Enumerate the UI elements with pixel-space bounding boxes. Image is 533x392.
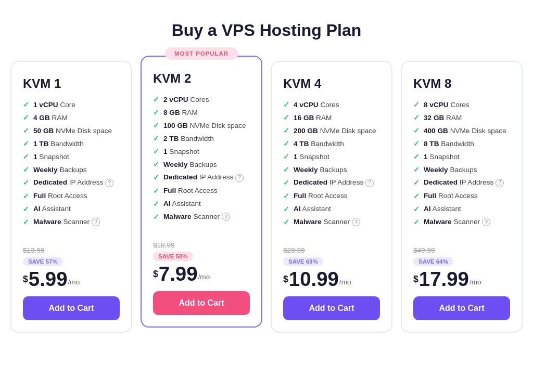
info-icon[interactable]: ? (235, 174, 244, 182)
price-mo: /mo (469, 278, 481, 286)
info-icon[interactable]: ? (496, 179, 504, 187)
feature-item: ✓ 32 GB RAM (413, 113, 510, 122)
feature-text: 2 TB Bandwidth (163, 135, 214, 142)
feature-item: ✓ 2 vCPU Cores (153, 95, 250, 103)
plan-card-kvm2: MOST POPULARKVM 2 ✓ 2 vCPU Cores ✓ 8 GB … (141, 56, 262, 328)
feature-item: ✓ 4 TB Bandwidth (283, 139, 380, 148)
feature-item: ✓ 1 vCPU Core (23, 100, 120, 109)
price-amount: 17.99 (419, 269, 469, 289)
feature-text: 1 Snapshot (424, 153, 460, 161)
feature-text: 4 TB Bandwidth (294, 140, 344, 148)
info-icon[interactable]: ? (222, 213, 230, 221)
feature-item: ✓ 4 GB RAM (23, 113, 120, 122)
current-price: $ 5.99 /mo (23, 269, 120, 289)
feature-text: Dedicated IP Address? (424, 178, 504, 187)
check-icon: ✓ (283, 152, 289, 161)
check-icon: ✓ (23, 192, 29, 200)
feature-item: ✓ 200 GB NVMe Disk space (283, 126, 380, 135)
add-to-cart-button[interactable]: Add to Cart (153, 291, 250, 315)
feature-text: 1 TB Bandwidth (33, 140, 84, 148)
check-icon: ✓ (153, 187, 159, 195)
original-price: $29.99 (283, 246, 380, 254)
save-badge: SAVE 63% (283, 257, 323, 266)
check-icon: ✓ (153, 95, 159, 103)
feature-text: Dedicated IP Address? (294, 178, 374, 187)
add-to-cart-button[interactable]: Add to Cart (413, 296, 510, 320)
feature-item: ✓ AI Assistant (413, 205, 510, 213)
feature-text: 2 vCPU Cores (163, 96, 209, 103)
page-title: Buy a VPS Hosting Plan (10, 21, 523, 40)
feature-item: ✓ Malware Scanner? (153, 213, 250, 221)
feature-item: ✓ AI Assistant (153, 200, 250, 208)
price-dollar: $ (283, 274, 288, 285)
check-icon: ✓ (413, 100, 420, 109)
feature-item: ✓ 100 GB NVMe Disk space (153, 121, 250, 129)
price-dollar: $ (153, 269, 158, 280)
original-price: $49.99 (413, 246, 510, 254)
add-to-cart-button[interactable]: Add to Cart (283, 296, 380, 320)
feature-text: 8 GB RAM (163, 109, 198, 116)
feature-item: ✓ Dedicated IP Address? (413, 178, 510, 187)
feature-item: ✓ AI Assistant (23, 205, 120, 213)
feature-text: Full Root Access (294, 192, 348, 200)
info-icon[interactable]: ? (482, 218, 490, 226)
feature-text: AI Assistant (424, 205, 461, 213)
feature-text: 16 GB RAM (294, 114, 332, 122)
info-icon[interactable]: ? (365, 179, 374, 187)
feature-text: 200 GB NVMe Disk space (294, 127, 376, 135)
check-icon: ✓ (153, 173, 159, 181)
feature-text: 32 GB RAM (424, 114, 462, 122)
feature-item: ✓ Dedicated IP Address? (153, 173, 250, 182)
original-price: $13.99 (23, 246, 120, 254)
plan-card-kvm1: KVM 1 ✓ 1 vCPU Core ✓ 4 GB RAM ✓ 50 GB N… (10, 61, 132, 333)
price-dollar: $ (413, 274, 418, 285)
feature-text: AI Assistant (33, 205, 71, 213)
feature-text: Weekly Backups (163, 161, 217, 168)
feature-text: 50 GB NVMe Disk space (33, 127, 112, 135)
check-icon: ✓ (413, 113, 420, 122)
feature-item: ✓ Weekly Backups (413, 165, 510, 174)
plan-card-kvm4: KVM 4 ✓ 4 vCPU Cores ✓ 16 GB RAM ✓ 200 G… (271, 61, 392, 333)
check-icon: ✓ (153, 200, 159, 208)
save-badge: SAVE 64% (413, 257, 453, 266)
feature-item: ✓ Weekly Backups (153, 160, 250, 168)
check-icon: ✓ (23, 126, 29, 135)
check-icon: ✓ (283, 139, 289, 148)
feature-text: AI Assistant (163, 200, 201, 207)
plan-name: KVM 4 (283, 76, 380, 91)
feature-item: ✓ 1 Snapshot (23, 152, 120, 161)
info-icon[interactable]: ? (105, 179, 113, 187)
price-amount: 7.99 (159, 264, 198, 284)
feature-item: ✓ 2 TB Bandwidth (153, 134, 250, 142)
feature-item: ✓ Dedicated IP Address? (283, 178, 380, 187)
check-icon: ✓ (153, 108, 159, 116)
check-icon: ✓ (283, 126, 289, 135)
feature-item: ✓ 4 vCPU Cores (283, 100, 380, 109)
feature-text: 1 vCPU Core (33, 101, 75, 109)
feature-item: ✓ 400 GB NVMe Disk space (413, 126, 510, 135)
feature-item: ✓ Malware Scanner? (283, 218, 380, 227)
check-icon: ✓ (23, 218, 29, 226)
feature-item: ✓ 1 Snapshot (283, 152, 380, 161)
check-icon: ✓ (413, 205, 420, 213)
add-to-cart-button[interactable]: Add to Cart (23, 296, 120, 320)
feature-item: ✓ 8 GB RAM (153, 108, 250, 116)
feature-text: 4 vCPU Cores (294, 101, 339, 109)
feature-text: 1 Snapshot (294, 153, 329, 161)
info-icon[interactable]: ? (352, 218, 360, 226)
plan-name: KVM 1 (23, 76, 120, 91)
price-amount: 10.99 (289, 269, 339, 289)
feature-item: ✓ 1 Snapshot (413, 152, 510, 161)
feature-text: Full Root Access (33, 192, 87, 200)
feature-item: ✓ Weekly Backups (23, 165, 120, 174)
features-list: ✓ 4 vCPU Cores ✓ 16 GB RAM ✓ 200 GB NVMe… (283, 100, 380, 231)
check-icon: ✓ (413, 192, 420, 200)
plan-card-kvm8: KVM 8 ✓ 8 vCPU Cores ✓ 32 GB RAM ✓ 400 G… (401, 61, 523, 333)
check-icon: ✓ (153, 213, 159, 221)
pricing-section: $29.99SAVE 63% $ 10.99 /mo Add to Cart (283, 246, 380, 320)
pricing-section: $13.99SAVE 57% $ 5.99 /mo Add to Cart (23, 246, 120, 320)
feature-text: Dedicated IP Address? (163, 173, 244, 182)
feature-item: ✓ Malware Scanner? (23, 218, 120, 227)
pricing-section: $49.99SAVE 64% $ 17.99 /mo Add to Cart (413, 246, 510, 320)
info-icon[interactable]: ? (92, 218, 100, 226)
